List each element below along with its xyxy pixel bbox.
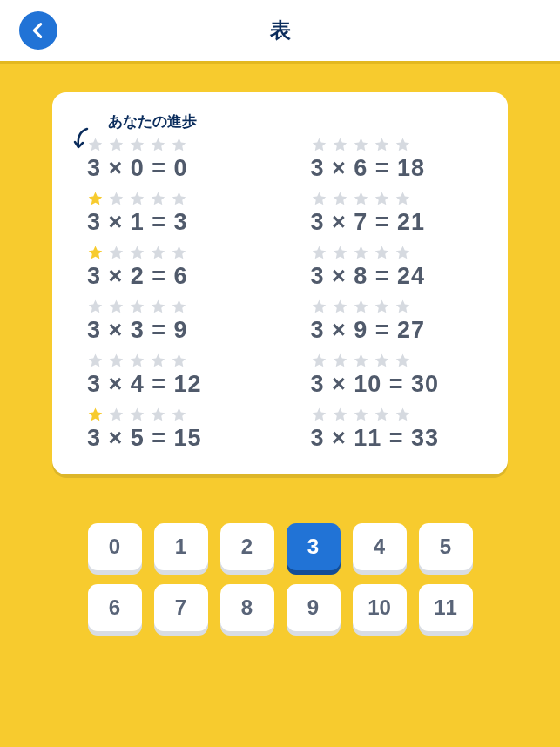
equation-entry: 3 × 0 = 0 [77,137,260,182]
equation-text: 3 × 7 = 21 [311,209,484,236]
page-title: 表 [0,17,560,44]
arrow-left-icon [29,21,48,40]
star-icon [395,137,411,153]
equation-text: 3 × 10 = 30 [311,371,484,398]
star-icon [374,245,390,261]
star-icon [374,137,390,153]
star-icon [171,353,187,369]
star-icon [374,299,390,315]
equation-entry: 3 × 3 = 9 [77,299,260,344]
selector-row: 012345 [80,523,481,570]
star-icon [171,245,187,261]
back-button[interactable] [19,11,57,50]
star-icon [353,245,369,261]
star-icon [395,191,411,207]
star-icon [311,407,327,423]
equation-entry: 3 × 2 = 6 [77,245,260,290]
star-rating [87,191,260,207]
equation-entry: 3 × 8 = 24 [300,245,484,290]
star-icon [171,137,187,153]
star-icon [87,407,104,423]
star-icon [150,191,166,207]
star-icon [150,299,166,315]
header: 表 [0,0,560,64]
star-icon [129,407,145,423]
star-rating [87,245,260,261]
star-icon [87,353,104,369]
equation-entry: 3 × 11 = 33 [300,407,484,452]
table-button-3[interactable]: 3 [287,523,341,570]
progress-card: あなたの進歩 3 × 0 = 03 × 6 = 183 × 1 = 33 × 7… [52,92,508,474]
equation-text: 3 × 11 = 33 [311,425,484,452]
star-icon [108,299,125,315]
star-rating [87,353,260,369]
star-rating [311,137,484,153]
equation-entry: 3 × 7 = 21 [300,191,484,236]
star-icon [311,353,327,369]
star-rating [311,353,484,369]
star-icon [353,299,369,315]
table-button-0[interactable]: 0 [88,523,142,570]
star-icon [171,299,187,315]
table-button-7[interactable]: 7 [154,584,208,631]
table-button-10[interactable]: 10 [353,584,407,631]
equation-text: 3 × 0 = 0 [87,155,260,182]
table-button-11[interactable]: 11 [419,584,473,631]
equation-text: 3 × 5 = 15 [87,425,260,452]
equation-text: 3 × 4 = 12 [87,371,260,398]
star-icon [311,299,327,315]
star-icon [108,191,125,207]
selector-row: 67891011 [80,584,481,631]
star-icon [171,191,187,207]
table-selector: 012345 67891011 [80,523,481,631]
star-icon [150,137,166,153]
table-button-8[interactable]: 8 [220,584,274,631]
equations-grid: 3 × 0 = 03 × 6 = 183 × 1 = 33 × 7 = 213 … [77,137,483,452]
star-icon [353,353,369,369]
table-button-4[interactable]: 4 [353,523,407,570]
star-icon [332,137,348,153]
star-icon [311,191,327,207]
star-icon [311,137,327,153]
star-icon [108,407,125,423]
star-icon [395,407,411,423]
star-icon [129,191,145,207]
equation-text: 3 × 2 = 6 [87,263,260,290]
table-button-5[interactable]: 5 [419,523,473,570]
table-button-2[interactable]: 2 [220,523,274,570]
table-button-6[interactable]: 6 [88,584,142,631]
star-icon [129,353,145,369]
star-rating [311,191,484,207]
equation-text: 3 × 8 = 24 [311,263,484,290]
star-icon [150,245,166,261]
star-icon [87,191,104,207]
equation-entry: 3 × 6 = 18 [300,137,484,182]
star-icon [87,299,104,315]
star-icon [353,137,369,153]
star-icon [374,407,390,423]
star-icon [150,353,166,369]
star-icon [353,407,369,423]
star-icon [311,245,327,261]
star-icon [171,407,187,423]
star-icon [87,245,104,261]
star-icon [108,353,125,369]
equation-text: 3 × 6 = 18 [311,155,484,182]
star-rating [311,407,484,423]
star-rating [87,407,260,423]
table-button-1[interactable]: 1 [154,523,208,570]
star-rating [87,299,260,315]
star-rating [311,299,484,315]
star-icon [353,191,369,207]
star-icon [374,191,390,207]
table-button-9[interactable]: 9 [287,584,341,631]
equation-entry: 3 × 9 = 27 [300,299,484,344]
equation-entry: 3 × 4 = 12 [77,353,260,398]
star-icon [395,299,411,315]
star-icon [108,137,125,153]
equation-text: 3 × 1 = 3 [87,209,260,236]
star-icon [108,245,125,261]
star-icon [129,137,145,153]
star-icon [129,245,145,261]
star-icon [395,353,411,369]
